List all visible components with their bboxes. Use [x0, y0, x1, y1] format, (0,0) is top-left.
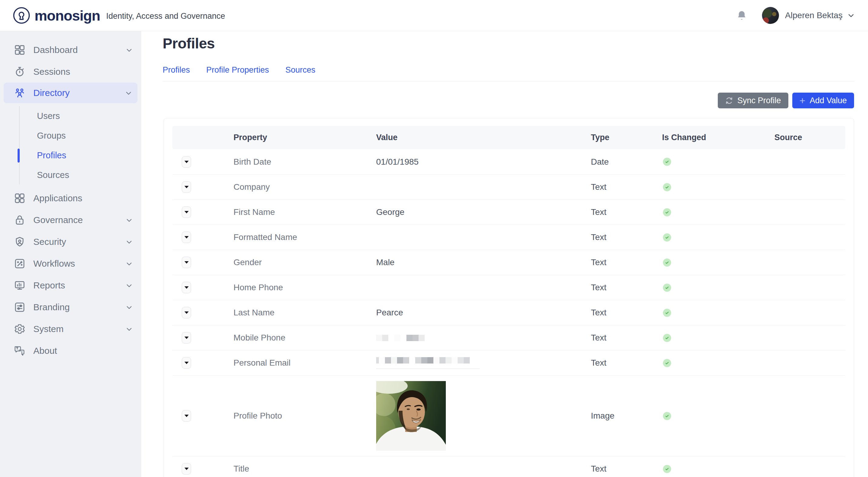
- caret-down-icon: [184, 261, 189, 264]
- row-expand-button[interactable]: [182, 307, 191, 318]
- table-header-row: Property Value Type Is Changed Source: [172, 126, 845, 149]
- dashboard-icon: [14, 44, 26, 56]
- sidebar-item-branding[interactable]: Branding: [0, 296, 141, 318]
- sidebar-item-groups[interactable]: Groups: [0, 126, 141, 145]
- is-changed-cell: [662, 158, 774, 166]
- table-body: Birth Date 01/01/1985 Date Company Text: [172, 149, 845, 477]
- is-changed-cell: [662, 208, 774, 216]
- is-changed-check-icon: [663, 158, 671, 166]
- caret-down-icon: [184, 337, 189, 339]
- table-row-personal-email: Personal Email Text: [172, 350, 845, 375]
- sidebar-item-security[interactable]: Security: [0, 231, 141, 253]
- sidebar-item-users[interactable]: Users: [0, 106, 141, 126]
- is-changed-cell: [662, 283, 774, 292]
- gear-icon: [14, 323, 26, 335]
- row-expand-button[interactable]: [182, 282, 191, 293]
- sidebar-item-profiles[interactable]: Profiles: [0, 145, 141, 165]
- sidebar-item-label: Directory: [33, 88, 70, 98]
- is-changed-check-icon: [663, 412, 671, 420]
- row-expand-button[interactable]: [182, 410, 191, 421]
- col-header-property: Property: [234, 133, 376, 142]
- row-expand-button[interactable]: [182, 206, 191, 218]
- caret-down-icon: [184, 468, 189, 470]
- sidebar-item-directory[interactable]: Directory: [4, 82, 137, 103]
- brand-tagline: Identity, Access and Governance: [106, 11, 225, 21]
- sidebar-item-label: Applications: [33, 193, 82, 203]
- col-header-is-changed: Is Changed: [662, 133, 774, 142]
- chevron-down-icon: [125, 46, 133, 54]
- monosign-keyhole-logo-icon[interactable]: [13, 7, 30, 24]
- tab-profile-properties[interactable]: Profile Properties: [206, 65, 269, 75]
- col-header-type: Type: [591, 133, 662, 142]
- directory-submenu: Users Groups Profiles Sources: [0, 103, 141, 188]
- sidebar-item-about[interactable]: About: [0, 340, 141, 362]
- is-changed-cell: [662, 334, 774, 342]
- sidebar-item-dashboard[interactable]: Dashboard: [0, 39, 141, 61]
- sidebar-item-label: About: [33, 346, 57, 356]
- sidebar-item-governance[interactable]: Governance: [0, 209, 141, 231]
- notifications-bell-icon[interactable]: [736, 10, 747, 21]
- table-row-profile-photo: Profile Photo Image: [172, 375, 845, 456]
- is-changed-cell: [662, 359, 774, 367]
- sidebar-item-reports[interactable]: Reports: [0, 274, 141, 296]
- row-expand-button[interactable]: [182, 332, 191, 343]
- sidebar-subitem-label: Users: [37, 111, 60, 121]
- table-row-company: Company Text: [172, 174, 845, 200]
- is-changed-check-icon: [663, 208, 671, 216]
- is-changed-cell: [662, 465, 774, 473]
- sidebar-item-workflows[interactable]: Workflows: [0, 253, 141, 274]
- row-expand-button[interactable]: [182, 357, 191, 369]
- value-cell: [376, 357, 591, 369]
- row-expand-button[interactable]: [182, 463, 191, 475]
- property-cell: Company: [234, 182, 376, 192]
- tab-profiles[interactable]: Profiles: [163, 65, 190, 75]
- add-value-button[interactable]: + Add Value: [792, 93, 854, 108]
- sidebar-item-sources[interactable]: Sources: [0, 165, 141, 185]
- tabs-divider: [163, 81, 854, 81]
- is-changed-cell: [662, 309, 774, 317]
- is-changed-check-icon: [663, 233, 671, 241]
- row-expand-button[interactable]: [182, 156, 191, 168]
- tab-sources[interactable]: Sources: [285, 65, 315, 75]
- row-expand-button[interactable]: [182, 181, 191, 193]
- sidebar-item-label: Workflows: [33, 259, 75, 269]
- sidebar-item-sessions[interactable]: Sessions: [0, 61, 141, 82]
- sidebar-item-system[interactable]: System: [0, 318, 141, 340]
- table-row-gender: Gender Male Text: [172, 250, 845, 275]
- brand-name[interactable]: monosign: [34, 7, 100, 24]
- monitor-chart-icon: [14, 279, 26, 292]
- sliders-icon: [14, 301, 26, 313]
- chevron-down-icon: [125, 325, 133, 333]
- table-row-birth-date: Birth Date 01/01/1985 Date: [172, 149, 845, 174]
- row-expand-button[interactable]: [182, 257, 191, 268]
- value-cell: Pearce: [376, 308, 591, 317]
- type-cell: Text: [591, 333, 662, 343]
- sync-profile-button[interactable]: Sync Profile: [718, 93, 788, 108]
- user-menu-chevron-down-icon[interactable]: [847, 11, 855, 20]
- sidebar-item-applications[interactable]: Applications: [0, 188, 141, 209]
- col-header-source: Source: [774, 133, 846, 142]
- row-expand-button[interactable]: [182, 232, 191, 243]
- type-cell: Text: [591, 258, 662, 267]
- is-changed-cell: [662, 259, 774, 267]
- sidebar-item-label: Dashboard: [33, 45, 78, 55]
- stopwatch-icon: [14, 66, 26, 78]
- table-row-first-name: First Name George Text: [172, 200, 845, 225]
- sidebar-item-label: System: [33, 324, 64, 334]
- property-cell: First Name: [234, 207, 376, 217]
- user-avatar[interactable]: [762, 7, 779, 24]
- property-cell: Birth Date: [234, 157, 376, 167]
- table-row-formatted-name: Formatted Name Text: [172, 225, 845, 250]
- active-indicator-bar: [18, 148, 20, 163]
- sidebar-subitem-label: Profiles: [37, 150, 66, 161]
- property-cell: Gender: [234, 258, 376, 267]
- user-name[interactable]: Alperen Bektaş: [785, 10, 842, 20]
- type-cell: Text: [591, 233, 662, 242]
- caret-down-icon: [184, 362, 189, 364]
- caret-down-icon: [184, 415, 189, 417]
- caret-down-icon: [184, 211, 189, 213]
- chevron-down-icon: [125, 238, 133, 246]
- magic-wand-icon: [14, 258, 26, 270]
- value-cell: [376, 335, 591, 341]
- top-bar: monosign Identity, Access and Governance…: [0, 0, 868, 31]
